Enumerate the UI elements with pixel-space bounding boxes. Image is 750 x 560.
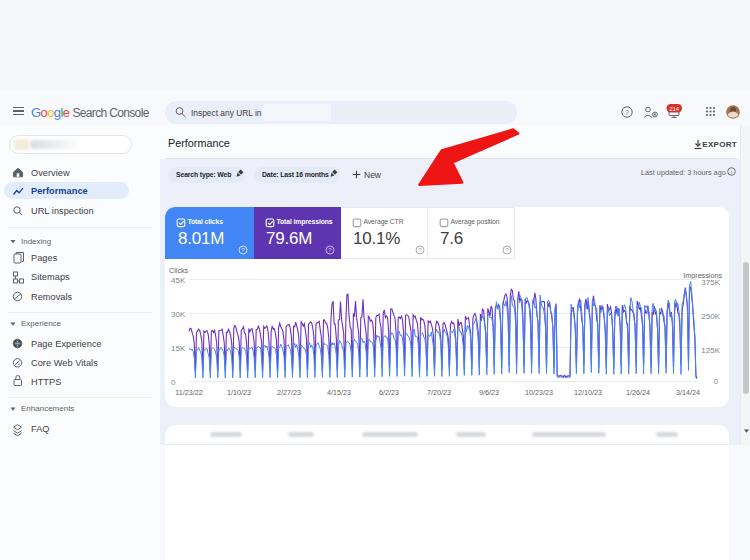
svg-text:?: ? (505, 247, 509, 253)
svg-text:?: ? (328, 247, 332, 253)
svg-text:?: ? (418, 247, 422, 253)
svg-text:?: ? (625, 109, 629, 116)
svg-text:i: i (731, 169, 732, 175)
svg-text:?: ? (241, 247, 245, 253)
svg-text:214: 214 (669, 106, 680, 112)
